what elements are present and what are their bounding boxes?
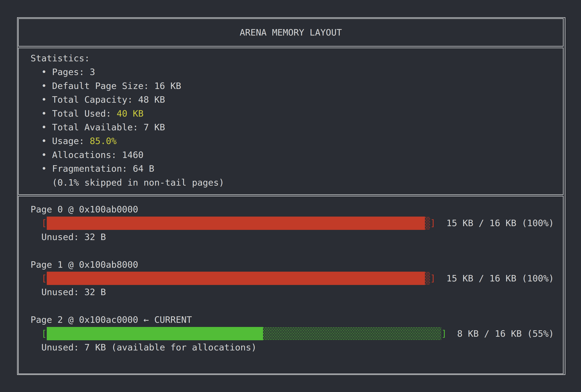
title-panel: ARENA MEMORY LAYOUT <box>18 18 564 46</box>
bar-track <box>47 216 430 230</box>
page-0-header: Page 0 @ 0x100ab0000 <box>30 202 554 216</box>
bar-open-bracket: [ <box>41 272 47 285</box>
bar-used-segment <box>47 216 425 230</box>
statistics-panel: Statistics: • Pages: 3 • Default Page Si… <box>18 48 564 195</box>
bar-stats-label: 15 KB / 16 KB (100%) <box>436 272 554 285</box>
bar-free-segment <box>425 216 430 230</box>
stat-label: Fragmentation: 64 B <box>52 163 154 174</box>
bar-used-segment <box>47 327 263 340</box>
page-2-header: Page 2 @ 0x100ac0000 ← CURRENT <box>30 313 554 326</box>
stat-item-default-page-size: • Default Page Size: 16 KB <box>30 79 555 93</box>
spacer-line <box>30 244 554 258</box>
stat-highlight: 85.0% <box>90 136 116 146</box>
bar-close-bracket: ] <box>441 327 447 340</box>
bullet-icon: • <box>30 136 52 146</box>
bullet-icon: • <box>30 94 52 105</box>
bullet-icon: • <box>30 67 52 77</box>
statistics-heading: Statistics: <box>30 51 555 65</box>
stat-label: Default Page Size: 16 KB <box>52 81 181 91</box>
bullet-icon: • <box>30 150 52 160</box>
page-1-header: Page 1 @ 0x100ab8000 <box>30 258 554 272</box>
page-1-unused-label: Unused: 32 B <box>30 285 554 299</box>
stat-label: Allocations: 1460 <box>52 150 144 160</box>
stat-highlight: 40 KB <box>116 108 143 119</box>
page-title: ARENA MEMORY LAYOUT <box>240 27 342 38</box>
stat-label: Pages: 3 <box>52 67 95 77</box>
pages-panel: Page 0 @ 0x100ab0000 [ ] 15 KB / 16 KB (… <box>18 196 564 374</box>
page-2-unused-label: Unused: 7 KB (available for allocations) <box>30 340 554 354</box>
bar-close-bracket: ] <box>430 216 436 230</box>
bullet-icon: • <box>30 122 52 132</box>
bar-open-bracket: [ <box>41 327 47 340</box>
bar-free-segment <box>425 272 430 285</box>
stat-label: Total Used: <box>52 108 117 119</box>
stat-item-allocations: • Allocations: 1460 <box>30 148 555 162</box>
stat-item-pages: • Pages: 3 <box>30 65 555 79</box>
bar-stats-label: 8 KB / 16 KB (55%) <box>447 327 554 340</box>
stat-label: Usage: <box>52 136 90 146</box>
bullet-icon: • <box>30 108 52 119</box>
bar-free-segment <box>263 327 441 340</box>
spacer-line <box>30 299 554 313</box>
stat-item-total-available: • Total Available: 7 KB <box>30 120 555 134</box>
stat-item-fragmentation: • Fragmentation: 64 B <box>30 162 555 176</box>
bar-close-bracket: ] <box>430 272 436 285</box>
page-1-bar: [ ] 15 KB / 16 KB (100%) <box>30 272 554 285</box>
stat-item-total-capacity: • Total Capacity: 48 KB <box>30 93 555 106</box>
bar-used-segment <box>47 272 425 285</box>
terminal-screen: ARENA MEMORY LAYOUT Statistics: • Pages:… <box>0 0 581 392</box>
bullet-icon: • <box>30 81 52 91</box>
page-0-unused-label: Unused: 32 B <box>30 230 554 244</box>
stat-label: Total Capacity: 48 KB <box>52 94 165 105</box>
page-0-bar: [ ] 15 KB / 16 KB (100%) <box>30 216 554 230</box>
page-2-bar: [ ] 8 KB / 16 KB (55%) <box>30 327 554 340</box>
bar-track <box>47 272 430 285</box>
stat-item-total-used: • Total Used: 40 KB <box>30 107 555 120</box>
bullet-icon: • <box>30 163 52 174</box>
bar-stats-label: 15 KB / 16 KB (100%) <box>436 216 554 230</box>
stat-item-usage: • Usage: 85.0% <box>30 134 555 148</box>
bar-track <box>47 327 441 340</box>
bar-open-bracket: [ <box>41 216 47 230</box>
stat-label: Total Available: 7 KB <box>52 122 165 132</box>
statistics-note: (0.1% skipped in non-tail pages) <box>30 176 555 189</box>
